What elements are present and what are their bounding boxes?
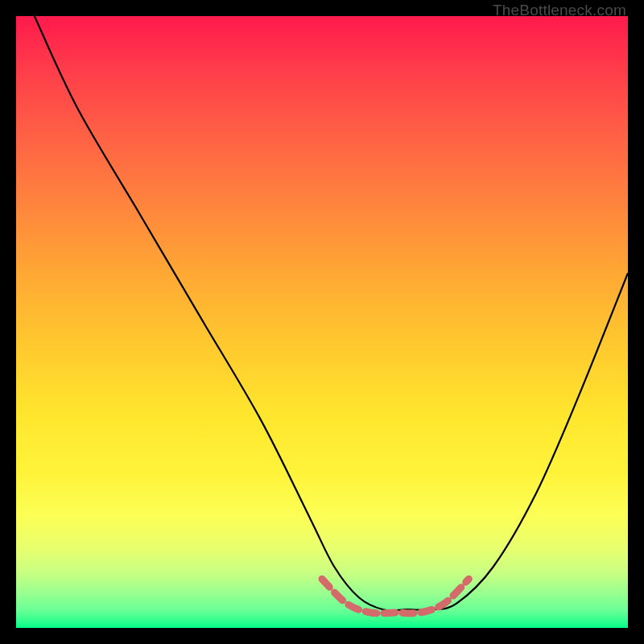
watermark-text: TheBottleneck.com [493,2,626,19]
chart-container: TheBottleneck.com [0,0,644,644]
curve-layer [16,16,628,628]
plot-area [16,16,628,628]
bottleneck-curve [35,16,628,610]
